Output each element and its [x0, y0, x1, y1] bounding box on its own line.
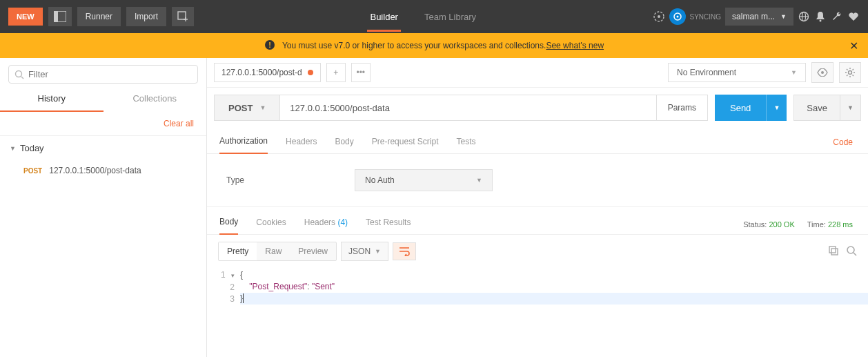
settings-button[interactable]	[839, 62, 861, 83]
url-text: 127.0.0.1:5000/post-data	[290, 103, 390, 113]
main-panel: 127.0.0.1:5000/post-d + ••• No Environme…	[207, 58, 868, 357]
history-day-header[interactable]: ▼ Today	[0, 136, 206, 160]
warning-icon: !	[264, 39, 275, 52]
response-status: Status: 200 OK Time: 228 ms	[743, 220, 856, 229]
filter-input[interactable]	[28, 69, 192, 79]
svg-point-17	[821, 71, 824, 74]
url-input[interactable]: 127.0.0.1:5000/post-data	[280, 95, 656, 121]
new-tab-button[interactable]	[172, 7, 194, 26]
response-body[interactable]: 1 ▾ 2 3 { "Post_Request": "Sent" }	[207, 268, 868, 319]
view-preview-button[interactable]: Preview	[290, 242, 336, 260]
view-raw-button[interactable]: Raw	[257, 242, 290, 260]
chevron-down-icon: ▼	[773, 104, 780, 111]
format-select[interactable]: JSON ▼	[341, 242, 388, 261]
sidebar-tab-collections[interactable]: Collections	[103, 88, 207, 112]
svg-point-15	[16, 70, 22, 77]
wrap-toggle-button[interactable]	[393, 242, 416, 260]
nav-builder-tab[interactable]: Builder	[367, 2, 400, 32]
history-day-label: Today	[20, 143, 44, 153]
bell-icon[interactable]	[814, 10, 827, 23]
resp-tab-body[interactable]: Body	[219, 214, 238, 235]
warning-link[interactable]: See what's new	[546, 41, 604, 50]
new-window-icon	[177, 11, 188, 22]
code-line: {	[240, 269, 868, 281]
req-tab-authorization[interactable]: Authorization	[219, 131, 268, 154]
clear-all-link[interactable]: Clear all	[164, 119, 194, 128]
svg-rect-2	[178, 12, 186, 19]
auth-type-label: Type	[226, 175, 244, 185]
tab-options-button[interactable]: •••	[351, 63, 371, 82]
app-header: NEW Runner Import Builder Team Library S…	[0, 0, 868, 33]
capture-icon[interactable]	[653, 10, 665, 23]
chevron-down-icon: ▼	[476, 177, 482, 184]
sync-status[interactable]: SYNCING	[669, 8, 722, 25]
environment-select[interactable]: No Environment ▼	[668, 63, 806, 82]
layout-icon	[54, 11, 66, 22]
nav-team-library-tab[interactable]: Team Library	[422, 2, 479, 32]
code-line: "Post_Request": "Sent"	[240, 281, 868, 293]
sync-icon	[669, 8, 686, 25]
method-select[interactable]: POST ▼	[214, 95, 280, 121]
send-dropdown-button[interactable]: ▼	[766, 95, 787, 121]
env-preview-button[interactable]	[811, 62, 834, 83]
filter-box[interactable]	[8, 65, 198, 84]
copy-icon[interactable]	[828, 245, 839, 258]
wrench-icon[interactable]	[831, 10, 843, 23]
send-button[interactable]: Send	[715, 95, 766, 121]
header-right: SYNCING salman m... ▼	[653, 8, 860, 26]
resp-tab-test-results[interactable]: Test Results	[366, 215, 411, 234]
resp-tab-cookies[interactable]: Cookies	[256, 215, 286, 234]
code-link[interactable]: Code	[833, 137, 856, 147]
plus-icon: +	[333, 68, 338, 77]
svg-line-23	[854, 253, 856, 255]
user-name-label: salman m...	[732, 12, 775, 21]
caret-down-icon: ▼	[10, 145, 16, 152]
svg-point-12	[820, 20, 822, 22]
params-button[interactable]: Params	[657, 95, 708, 121]
close-icon[interactable]: ✕	[849, 39, 858, 52]
status-value: 200 OK	[769, 220, 794, 229]
sidebar-tab-history[interactable]: History	[0, 88, 103, 112]
request-tab-label: 127.0.0.1:5000/post-d	[221, 68, 302, 77]
search-response-icon[interactable]	[846, 245, 857, 258]
save-button[interactable]: Save	[793, 95, 840, 121]
eye-icon	[817, 68, 828, 77]
code-line: }	[240, 293, 868, 305]
auth-type-value: No Auth	[365, 175, 395, 185]
svg-point-18	[849, 71, 852, 75]
resp-tab-headers[interactable]: Headers (4)	[304, 215, 348, 234]
save-dropdown-button[interactable]: ▼	[840, 95, 861, 121]
req-tab-prerequest[interactable]: Pre-request Script	[372, 131, 439, 153]
gear-icon	[845, 67, 856, 78]
heart-icon[interactable]	[847, 10, 860, 23]
runner-button[interactable]: Runner	[77, 7, 121, 26]
import-button[interactable]: Import	[126, 7, 166, 26]
layout-toggle-button[interactable]	[48, 7, 72, 26]
chevron-down-icon: ▼	[791, 69, 797, 76]
new-button[interactable]: NEW	[8, 8, 43, 26]
globe-icon[interactable]	[798, 10, 810, 23]
history-item-method: POST	[23, 167, 42, 175]
history-item[interactable]: POST 127.0.0.1:5000/post-data	[0, 160, 206, 181]
user-menu[interactable]: salman m... ▼	[725, 8, 793, 26]
chevron-down-icon: ▼	[375, 248, 381, 255]
req-tab-tests[interactable]: Tests	[456, 131, 475, 153]
svg-line-16	[21, 77, 23, 79]
req-tab-body[interactable]: Body	[335, 131, 353, 153]
svg-text:!: !	[268, 41, 271, 49]
view-pretty-button[interactable]: Pretty	[219, 242, 257, 260]
unsaved-dot-icon	[308, 70, 313, 75]
auth-type-select[interactable]: No Auth ▼	[355, 169, 493, 191]
chevron-down-icon: ▼	[259, 104, 266, 111]
svg-point-22	[847, 247, 854, 253]
environment-label: No Environment	[677, 68, 736, 77]
req-tab-headers[interactable]: Headers	[286, 131, 317, 153]
svg-rect-21	[831, 249, 838, 255]
add-tab-button[interactable]: +	[326, 63, 346, 82]
format-label: JSON	[348, 247, 371, 256]
warning-text: You must use v7.0 or higher to access yo…	[282, 41, 546, 50]
chevron-down-icon: ▼	[847, 104, 854, 111]
sidebar: History Collections Clear all ▼ Today PO…	[0, 58, 207, 357]
time-value: 228 ms	[828, 220, 853, 229]
request-tab[interactable]: 127.0.0.1:5000/post-d	[214, 63, 321, 82]
